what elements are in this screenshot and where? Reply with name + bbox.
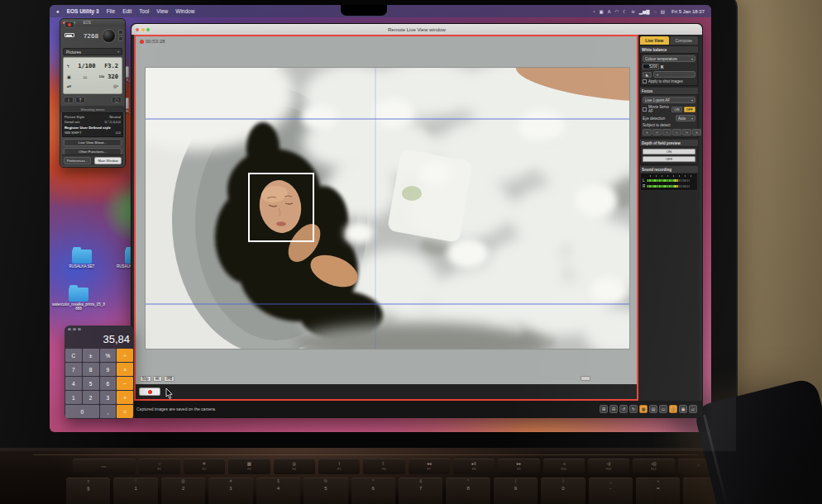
apple-menu-icon[interactable]: ● [56,9,60,14]
key-f8[interactable]: ▸‖F8 [453,459,495,474]
color-temperature-field[interactable]: 5200 [643,64,659,69]
key-5[interactable]: %5 [303,478,347,504]
digit-key[interactable]: 4 [65,377,82,390]
menu-row[interactable]: Picture StyleNeutral [65,115,121,119]
status-icon[interactable]: ☾ [623,9,627,14]
battery-status-icon[interactable]: ▂▅▇ [639,9,650,14]
status-icon[interactable]: A [608,9,611,14]
add-key[interactable]: + [117,391,133,404]
focus-near-3-button[interactable]: » [692,129,701,136]
key-9[interactable]: (9 [494,478,538,504]
menubar-clock[interactable]: Fri 5 Jan 18:37 [671,9,705,14]
key-4[interactable]: $4 [256,478,300,504]
zoom-out-button[interactable]: ⊟ [609,405,618,413]
rotate-right-button[interactable]: ↻ [629,405,638,413]
display-button[interactable]: ▣ [679,405,687,413]
digit-key[interactable]: 8 [83,363,99,376]
equals-key[interactable]: = [117,405,133,418]
digit-key[interactable]: 7 [65,363,82,376]
status-icon[interactable]: ≋ [631,9,635,14]
movie-servo-checkbox[interactable] [643,107,647,112]
zero-key[interactable]: 0 [65,405,99,418]
apply-checkbox[interactable] [643,79,647,83]
menu-app-name[interactable]: EOS Utility 3 [67,8,99,14]
decimal-key[interactable]: , [100,405,117,418]
key-8[interactable]: *8 [446,478,490,504]
key-f12[interactable]: ◃))F12 [633,459,674,474]
aperture-value[interactable]: F3.2 [104,63,118,69]
digit-key[interactable]: 5 [83,377,99,390]
key-f4[interactable]: ◎F4 [274,459,315,474]
main-window-button[interactable]: Main Window [94,157,122,164]
movie-record-button[interactable] [139,388,160,396]
menu-item-file[interactable]: File [107,8,115,14]
key-f10[interactable]: ◃F10 [543,459,585,474]
save-destination-dropdown[interactable]: Pictures [63,48,122,55]
iso-value[interactable]: ISO 320 [99,74,118,80]
multiply-key[interactable]: × [117,363,133,376]
menu-row[interactable]: WB SHIFT0,0 [65,131,121,135]
menu-row-highlighted[interactable]: Register User Defined style [65,126,121,130]
overlay-button[interactable]: ◫ [669,405,677,413]
wb-mode-dropdown[interactable]: Colour temperature [643,55,695,62]
shutter-release-button[interactable] [102,29,116,43]
servo-off-button[interactable]: OFF [684,107,695,112]
key-minus[interactable]: _- [589,478,633,504]
search-icon[interactable]: ◌ [653,9,656,14]
window-titlebar[interactable]: Remote Live View window [131,24,702,35]
divide-key[interactable]: ÷ [117,349,133,362]
servo-on-button[interactable]: ON [671,107,681,112]
key-f6[interactable]: ☾F6 [363,459,404,474]
key-7[interactable]: &7 [399,478,442,504]
focus-near-2-button[interactable]: ›› [682,129,691,136]
desktop-folder[interactable]: RUSALKA SET [55,250,109,269]
timer-button[interactable]: T [75,97,85,103]
key-2[interactable]: @2 [161,478,205,504]
aspect-button[interactable]: ▭ [659,405,667,413]
panel-toggle-button[interactable] [118,36,123,41]
eye-detection-dropdown[interactable]: Auto [676,115,695,121]
menu-item-window[interactable]: Window [175,8,194,14]
preferences-button[interactable]: Preferences... [64,157,91,164]
key-f9[interactable]: ▸▸F9 [498,459,539,474]
grid-button[interactable]: ▦ [639,405,648,413]
wb-sample-dropdown[interactable] [653,71,695,78]
wifi-icon[interactable]: ◠ [614,9,619,14]
view-option-button[interactable] [581,376,590,381]
digit-key[interactable]: 3 [100,391,117,404]
key-f1[interactable]: ☼F1 [139,459,180,474]
focus-far-2-button[interactable]: ‹‹ [652,129,662,136]
tab-live-view[interactable]: Live View [640,36,669,45]
close-button[interactable] [68,328,71,331]
rotate-left-button[interactable]: ↺ [619,405,628,413]
negate-key[interactable]: ± [83,349,99,362]
status-icon[interactable]: ◔ [592,9,595,14]
menu-item-view[interactable]: View [156,8,168,14]
movie-mode-button[interactable] [65,21,74,28]
minimize-button[interactable] [73,328,76,331]
clear-key[interactable]: C [65,349,82,362]
key-0[interactable]: )0 [541,478,585,504]
desktop-folder[interactable]: watercolor_rusalka_prints_05_8888 [51,288,106,311]
control-center-icon[interactable]: ▤ [661,9,665,14]
refresh-button[interactable]: ◯ [112,97,122,103]
percent-key[interactable]: % [100,349,117,362]
af-mode-dropdown[interactable]: Live 1-point AF [643,97,695,103]
zoom-in-button[interactable]: ⊞ [600,405,608,413]
status-icon[interactable]: ▣ [600,9,604,14]
eyedropper-button[interactable]: ◣ [643,72,652,78]
menu-row[interactable]: Detail set.0,*,1,0,0,0 [65,120,121,124]
focus-far-3-button[interactable]: « [643,129,652,136]
calculator-titlebar[interactable] [65,326,134,333]
menu-item-tool[interactable]: Tool [139,8,149,14]
panel-toggle-button[interactable] [118,30,123,35]
subtract-key[interactable]: − [117,377,133,390]
focus-near-1-button[interactable]: › [672,129,681,136]
digit-key[interactable]: 2 [83,391,99,404]
live-view-shoot-button[interactable]: Live View Shoot... [64,139,122,146]
dof-on-button[interactable]: ON [643,149,695,155]
focus-far-1-button[interactable]: ‹ [662,129,671,136]
digit-key[interactable]: 9 [100,363,117,376]
key-6[interactable]: ^6 [351,478,395,504]
guides-button[interactable]: ▤ [649,405,657,413]
